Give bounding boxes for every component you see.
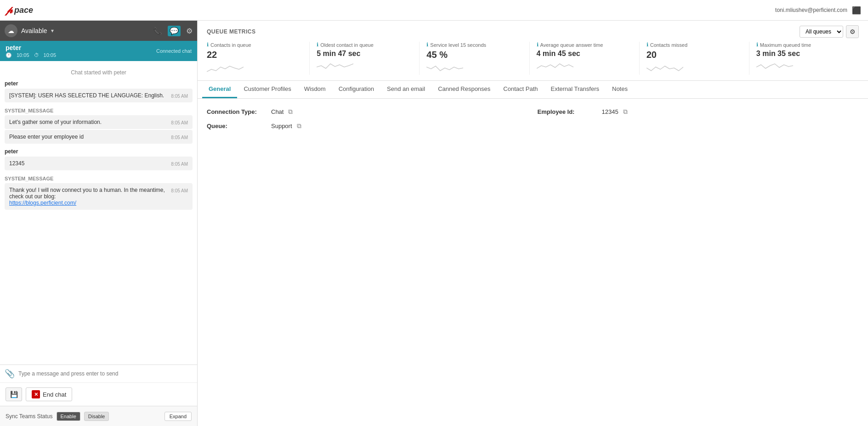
tab-configuration[interactable]: Configuration xyxy=(332,81,380,98)
tab-contact-path[interactable]: Contact Path xyxy=(497,81,544,98)
metric-value-1: 22 xyxy=(207,50,302,60)
metric-label-3: Service level 15 seconds xyxy=(430,42,486,48)
tab-wisdom[interactable]: Wisdom xyxy=(298,81,332,98)
chat-icon[interactable]: 💬 xyxy=(168,26,181,36)
metric-chart-1 xyxy=(207,62,244,74)
tab-customer-profiles[interactable]: Customer Profiles xyxy=(237,81,297,98)
enable-button[interactable]: Enable xyxy=(57,412,80,421)
tab-send-email[interactable]: Send an email xyxy=(380,81,431,98)
queue-metrics-title: QUEUE METRICS xyxy=(207,28,256,35)
blog-link[interactable]: https://blogs.perficient.com/ xyxy=(9,200,76,206)
metric-chart-3 xyxy=(426,62,463,74)
gear-icon[interactable]: ⚙ xyxy=(186,27,193,35)
chat-timer-icon: ⏱ xyxy=(34,52,39,58)
metric-avg-answer-time: ℹ Average queue answer time 4 min 45 sec xyxy=(530,42,640,75)
metric-value-3: 45 % xyxy=(426,50,522,60)
tab-general[interactable]: General xyxy=(202,81,237,98)
system-time-2: 8:05 AM xyxy=(171,135,188,140)
queue-label: Queue: xyxy=(207,123,271,129)
metric-contacts-missed: ℹ Contacts missed 20 xyxy=(640,42,749,75)
metric-info-icon-5: ℹ xyxy=(647,42,648,48)
top-nav: 𝓅 pace toni.mliushev@perficient.com ⬛ xyxy=(0,0,868,21)
end-chat-button[interactable]: ✕ End chat xyxy=(26,387,72,401)
info-grid: Connection Type: Chat ⧉ Employee Id: 123… xyxy=(207,108,859,130)
tabs-bar: General Customer Profiles Wisdom Configu… xyxy=(198,81,868,99)
metric-service-level: ℹ Service level 15 seconds 45 % xyxy=(420,42,529,75)
metric-max-queued-time: ℹ Maximum queued time 3 min 35 sec xyxy=(749,42,859,75)
connection-type-label: Connection Type: xyxy=(207,108,271,115)
system-message-2: Please enter your employee id 8:05 AM xyxy=(5,130,193,144)
queue-metrics-section: QUEUE METRICS All queues ⚙ ℹ Contacts in… xyxy=(198,21,868,81)
expand-button[interactable]: Expand xyxy=(165,412,192,421)
copy-queue-icon[interactable]: ⧉ xyxy=(297,122,301,130)
main-layout: ☁ Available ▾ 📞 💬 ⚙ peter 🕐 10:05 ⏱ 10:0… xyxy=(0,21,868,426)
disable-button[interactable]: Disable xyxy=(84,412,109,421)
status-bar: ☁ Available ▾ 📞 💬 ⚙ xyxy=(0,21,197,41)
connection-type-cell: Connection Type: Chat ⧉ xyxy=(207,108,528,116)
left-panel: ☁ Available ▾ 📞 💬 ⚙ peter 🕐 10:05 ⏱ 10:0… xyxy=(0,21,198,426)
metric-value-6: 3 min 35 sec xyxy=(756,50,852,58)
status-left: ☁ Available ▾ xyxy=(5,24,54,37)
chat-started-label: Chat started with peter xyxy=(5,69,193,76)
chat-status: Connected chat xyxy=(156,48,192,54)
message-text-2: 12345 xyxy=(9,160,171,167)
employee-id-value: 12345 xyxy=(602,108,618,115)
attach-icon[interactable]: 📎 xyxy=(5,369,15,379)
phone-icon[interactable]: 📞 xyxy=(153,27,162,35)
metric-label-1: Contacts in queue xyxy=(210,42,251,48)
all-queues-select[interactable]: All queues xyxy=(800,26,843,38)
metric-value-2: 5 min 47 sec xyxy=(317,50,412,58)
metric-contacts-in-queue: ℹ Contacts in queue 22 xyxy=(207,42,310,75)
sender-peter-1: peter xyxy=(5,80,193,87)
chat-input[interactable] xyxy=(18,370,193,377)
message-time-2: 8:05 AM xyxy=(171,162,188,167)
chat-contact-name: peter xyxy=(6,44,56,51)
logo-text: pace xyxy=(14,6,33,15)
metric-value-4: 4 min 45 sec xyxy=(537,50,632,58)
chat-tab[interactable]: peter 🕐 10:05 ⏱ 10:05 Connected chat xyxy=(0,41,197,61)
chat-clock-icon: 🕐 xyxy=(6,52,12,58)
logout-icon[interactable]: ⬛ xyxy=(852,6,861,15)
status-right: 📞 💬 ⚙ xyxy=(153,26,193,36)
metric-chart-2 xyxy=(317,60,353,72)
metric-info-icon-3: ℹ xyxy=(426,42,428,48)
metric-label-5: Contacts missed xyxy=(650,42,687,48)
system-time-3: 8:05 AM xyxy=(171,188,188,193)
copy-connection-type-icon[interactable]: ⧉ xyxy=(288,108,293,116)
status-cloud-icon: ☁ xyxy=(5,24,17,37)
queue-value: Support xyxy=(271,123,292,129)
chat-tab-left: peter 🕐 10:05 ⏱ 10:05 xyxy=(6,44,56,58)
system-message-3: Thank you! I will now connect you to a h… xyxy=(5,183,193,210)
metric-chart-5 xyxy=(647,62,683,74)
tab-canned-responses[interactable]: Canned Responses xyxy=(431,81,497,98)
logo: 𝓅 pace xyxy=(7,4,33,16)
metric-chart-6 xyxy=(756,60,793,72)
chat-time-start: 10:05 xyxy=(17,52,29,58)
connection-type-value: Chat xyxy=(271,108,284,115)
sender-peter-2: peter xyxy=(5,148,193,155)
tab-notes[interactable]: Notes xyxy=(606,81,634,98)
metric-info-icon-1: ℹ xyxy=(207,42,209,48)
chat-messages: Chat started with peter peter [SYSTEM]: … xyxy=(0,61,197,364)
metric-info-icon-2: ℹ xyxy=(317,42,318,48)
user-email: toni.mliushev@perficient.com xyxy=(775,7,847,13)
bottom-left: Sync Teams Status Enable Disable xyxy=(6,412,109,421)
system-label-2: SYSTEM_MESSAGE xyxy=(5,176,193,181)
metric-info-icon-4: ℹ xyxy=(537,42,539,48)
metric-value-5: 20 xyxy=(647,50,742,60)
sync-label: Sync Teams Status xyxy=(6,413,53,420)
system-label-1: SYSTEM_MESSAGE xyxy=(5,108,193,113)
tab-external-transfers[interactable]: External Transfers xyxy=(545,81,606,98)
message-time-1: 8:05 AM xyxy=(171,94,188,99)
chat-times: 🕐 10:05 ⏱ 10:05 xyxy=(6,52,56,58)
chevron-down-icon[interactable]: ▾ xyxy=(51,28,54,34)
system-text-1: Let's gather some of your information. xyxy=(9,119,171,125)
metrics-settings-button[interactable]: ⚙ xyxy=(846,25,859,38)
logo-icon: 𝓅 xyxy=(7,4,12,16)
chat-time-elapsed: 10:05 xyxy=(44,52,57,58)
action-buttons: 💾 ✕ End chat xyxy=(0,382,197,406)
copy-employee-id-icon[interactable]: ⧉ xyxy=(623,108,628,116)
save-button[interactable]: 💾 xyxy=(6,387,22,401)
message-1: [SYSTEM]: USER HAS SELECTED THE LANGUAGE… xyxy=(5,89,193,102)
content-area: Connection Type: Chat ⧉ Employee Id: 123… xyxy=(198,99,868,426)
